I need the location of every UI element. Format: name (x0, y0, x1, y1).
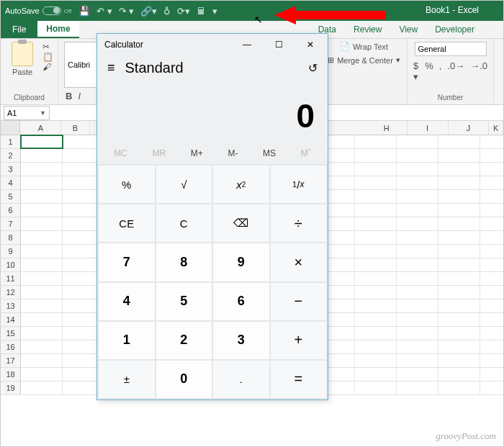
decrease-decimal-button[interactable]: →.0 (470, 60, 487, 82)
cell[interactable] (21, 381, 63, 394)
cell[interactable] (355, 176, 397, 189)
cell[interactable] (21, 272, 63, 285)
digit-3[interactable]: 3 (213, 322, 269, 359)
row-header[interactable]: 16 (1, 340, 21, 353)
cell[interactable] (438, 163, 480, 176)
close-button[interactable]: ✕ (294, 35, 326, 55)
tab-home[interactable]: Home (37, 21, 78, 38)
cell[interactable] (21, 327, 63, 340)
cell[interactable] (21, 299, 63, 312)
cell[interactable] (397, 190, 438, 203)
cell[interactable] (397, 258, 438, 271)
mem-ms[interactable]: MS (263, 148, 276, 158)
clipboard-side-icons[interactable]: ✂📋🖌 (42, 42, 53, 72)
decimal-button[interactable]: . (213, 361, 269, 398)
row-header[interactable]: 14 (1, 313, 21, 326)
cell[interactable] (355, 327, 397, 340)
cell[interactable] (355, 190, 397, 203)
cell[interactable] (355, 368, 397, 381)
hamburger-icon[interactable]: ≡ (107, 60, 115, 76)
row-header[interactable]: 13 (1, 299, 21, 312)
cell[interactable] (438, 299, 480, 312)
cell[interactable] (355, 163, 397, 176)
undo-icon[interactable]: ↶ ▾ (96, 6, 112, 17)
cell[interactable] (355, 286, 397, 299)
row-header[interactable]: 2 (1, 149, 21, 162)
divide-button[interactable]: ÷ (271, 204, 327, 242)
digit-5[interactable]: 5 (156, 283, 212, 320)
percent-button[interactable]: % (99, 166, 155, 203)
paste-icon[interactable] (12, 42, 33, 66)
cell[interactable] (21, 340, 63, 353)
cell[interactable] (438, 272, 480, 285)
qat-more-icon[interactable]: ▾ (212, 6, 217, 17)
col-header[interactable]: K (489, 121, 503, 135)
plus-button[interactable]: + (271, 322, 327, 359)
name-box[interactable]: A1 ▼ (4, 106, 50, 120)
cell[interactable] (397, 149, 438, 162)
cell[interactable] (397, 299, 438, 312)
cell[interactable] (438, 217, 480, 230)
negate-button[interactable]: ± (99, 361, 155, 398)
cell[interactable] (397, 204, 438, 217)
redo-icon[interactable]: ↷ ▾ (119, 6, 135, 17)
row-header[interactable]: 5 (1, 190, 21, 203)
row-header[interactable]: 10 (1, 258, 21, 271)
wrap-icon[interactable]: 📄 (340, 42, 350, 51)
minus-button[interactable]: − (271, 283, 327, 320)
col-header[interactable]: H (366, 121, 408, 135)
cell[interactable] (355, 149, 397, 162)
cell[interactable] (397, 135, 438, 148)
cell[interactable] (397, 245, 438, 258)
number-format-select[interactable] (415, 42, 487, 56)
digit-4[interactable]: 4 (99, 283, 155, 320)
row-header[interactable]: 7 (1, 217, 21, 230)
autosave-toggle-icon[interactable] (42, 6, 61, 15)
cell[interactable] (438, 245, 480, 258)
cell[interactable] (21, 231, 63, 244)
cell[interactable] (438, 231, 480, 244)
cell[interactable] (355, 231, 397, 244)
merge-icon[interactable]: ⊞ (328, 55, 334, 65)
cell[interactable] (355, 272, 397, 285)
cell[interactable] (21, 149, 63, 162)
mem-mminus[interactable]: M- (228, 148, 238, 158)
cell[interactable] (438, 149, 480, 162)
cell[interactable] (21, 245, 63, 258)
cell[interactable] (355, 299, 397, 312)
calculator-qat-icon[interactable]: 🖩 (197, 6, 206, 17)
cell[interactable] (438, 286, 480, 299)
equals-button[interactable]: = (271, 361, 327, 398)
refresh-icon[interactable]: ⟳▾ (177, 6, 190, 17)
cell[interactable] (355, 245, 397, 258)
bold-button[interactable]: B (64, 91, 73, 101)
row-header[interactable]: 18 (1, 368, 21, 381)
row-header[interactable]: 9 (1, 245, 21, 258)
cell[interactable] (397, 272, 438, 285)
col-header[interactable]: B (61, 121, 89, 135)
calc-titlebar[interactable]: Calculator — ☐ ✕ (97, 34, 328, 55)
tab-file[interactable]: File (1, 21, 37, 38)
comma-button[interactable]: , (439, 60, 442, 82)
cell[interactable] (397, 176, 438, 189)
cell[interactable] (397, 163, 438, 176)
cell[interactable] (21, 313, 63, 326)
cell[interactable] (21, 135, 63, 148)
ce-button[interactable]: CE (99, 204, 155, 242)
mem-mplus[interactable]: M+ (191, 148, 203, 158)
chevron-down-icon[interactable]: ▼ (40, 109, 46, 117)
cell[interactable] (438, 190, 480, 203)
cell[interactable] (397, 231, 438, 244)
digit-6[interactable]: 6 (213, 283, 269, 320)
row-header[interactable]: 19 (1, 381, 21, 394)
cell[interactable] (21, 368, 63, 381)
cell[interactable] (355, 354, 397, 367)
percent-button[interactable]: % (425, 60, 433, 82)
cell[interactable] (397, 354, 438, 367)
digit-7[interactable]: 7 (99, 243, 155, 281)
cell[interactable] (397, 286, 438, 299)
c-button[interactable]: C (156, 204, 212, 242)
cell[interactable] (438, 354, 480, 367)
cell[interactable] (21, 217, 63, 230)
minimize-button[interactable]: — (231, 35, 263, 55)
